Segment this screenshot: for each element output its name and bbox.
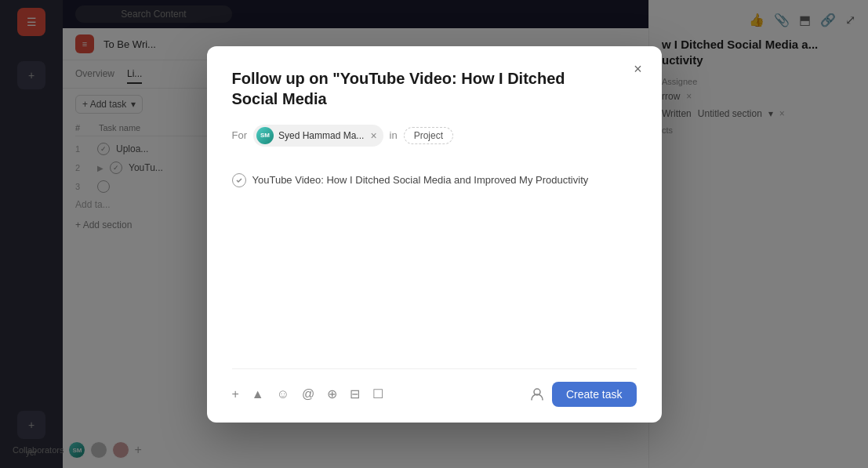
modal-meta-row: For SM Syed Hammad Ma... × in Project (232, 125, 637, 147)
project-label: Project (414, 130, 443, 141)
modal-close-button[interactable]: × (627, 59, 649, 81)
assignee-chip[interactable]: SM Syed Hammad Ma... × (253, 125, 383, 147)
project-selector[interactable]: Project (404, 127, 453, 144)
modal-overlay: × Follow up on "YouTube Video: How I Dit… (0, 0, 868, 468)
attach-icon[interactable]: ⊟ (350, 386, 360, 401)
for-label: For (232, 129, 248, 141)
subtask-text: YouTube Video: How I Ditched Social Medi… (252, 174, 589, 186)
subtask-row: YouTube Video: How I Ditched Social Medi… (232, 169, 637, 192)
ai-icon[interactable]: ⊕ (327, 386, 337, 401)
assignee-avatar: SM (256, 127, 274, 144)
modal-dialog: × Follow up on "YouTube Video: How I Dit… (207, 46, 662, 423)
emoji-icon[interactable]: ☺ (277, 387, 289, 401)
priority-icon[interactable]: ▲ (252, 387, 264, 401)
create-task-button[interactable]: Create task (552, 382, 637, 407)
toolbar-right: Create task (530, 382, 637, 407)
modal-title: Follow up on "YouTube Video: How I Ditch… (232, 68, 637, 109)
toolbar-left: + ▲ ☺ @ ⊕ ⊟ ☐ (232, 386, 384, 401)
subtask-circle-icon (232, 173, 246, 187)
plus-icon[interactable]: + (232, 387, 239, 401)
modal-toolbar: + ▲ ☺ @ ⊕ ⊟ ☐ Create task (232, 368, 637, 407)
date-icon[interactable]: ☐ (372, 386, 383, 401)
in-label: in (390, 129, 398, 141)
mention-icon[interactable]: @ (302, 387, 314, 401)
assignee-name: Syed Hammad Ma... (278, 130, 364, 141)
modal-body: YouTube Video: How I Ditched Social Medi… (232, 162, 637, 362)
assign-button[interactable] (530, 387, 544, 401)
assignee-remove-icon[interactable]: × (370, 130, 376, 141)
